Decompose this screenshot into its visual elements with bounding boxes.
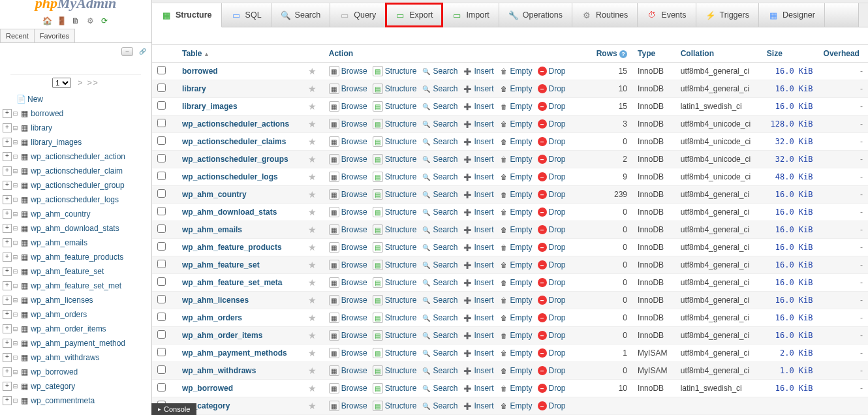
- action-structure[interactable]: ▤Structure: [373, 136, 417, 147]
- tree-item[interactable]: +⊟▦borrowed: [3, 106, 151, 121]
- row-checkbox[interactable]: [157, 365, 166, 374]
- logo[interactable]: phpMyAdmin: [0, 0, 151, 13]
- action-structure[interactable]: ▤Structure: [373, 66, 417, 76]
- action-drop[interactable]: –Drop: [538, 137, 566, 146]
- row-checkbox[interactable]: [157, 277, 166, 286]
- action-browse[interactable]: ▦Browse: [329, 172, 367, 182]
- action-insert[interactable]: ➕Insert: [463, 278, 493, 287]
- action-drop[interactable]: –Drop: [538, 260, 566, 269]
- tree-item[interactable]: +⊟▦wp_actionscheduler_claim: [3, 164, 151, 178]
- tree-item-label[interactable]: wp_ahm_feature_set: [31, 267, 104, 276]
- table-name-link[interactable]: wp_ahm_emails: [182, 225, 242, 234]
- favorite-icon[interactable]: ★: [308, 242, 317, 253]
- tree-item-label[interactable]: library_images: [31, 138, 82, 147]
- action-insert[interactable]: ➕Insert: [463, 366, 493, 375]
- tree-item-label[interactable]: wp_ahm_order_items: [31, 324, 106, 333]
- tab-search[interactable]: 🔍Search: [271, 3, 331, 27]
- table-name-link[interactable]: library_images: [182, 102, 238, 111]
- collapse-icon[interactable]: –: [121, 47, 133, 56]
- action-structure[interactable]: ▤Structure: [373, 119, 417, 129]
- help-icon[interactable]: ?: [619, 50, 627, 58]
- sidebar-filter[interactable]: [10, 60, 141, 75]
- action-empty[interactable]: 🗑Empty: [499, 137, 533, 146]
- action-insert[interactable]: ➕Insert: [463, 119, 493, 129]
- action-search[interactable]: 🔍Search: [422, 67, 457, 76]
- action-search[interactable]: 🔍Search: [422, 348, 457, 358]
- table-name-link[interactable]: wp_ahm_payment_methods: [182, 348, 287, 358]
- action-drop[interactable]: –Drop: [538, 119, 566, 129]
- action-structure[interactable]: ▤Structure: [373, 401, 417, 411]
- action-empty[interactable]: 🗑Empty: [499, 102, 533, 111]
- action-browse[interactable]: ▦Browse: [329, 242, 367, 253]
- action-insert[interactable]: ➕Insert: [463, 225, 493, 234]
- action-drop[interactable]: –Drop: [538, 225, 566, 234]
- action-structure[interactable]: ▤Structure: [373, 348, 417, 358]
- expand-icon[interactable]: +: [3, 281, 12, 290]
- favorite-icon[interactable]: ★: [308, 330, 317, 341]
- tree-item[interactable]: +⊟▦wp_ahm_emails: [3, 236, 151, 250]
- col-overhead[interactable]: Overhead: [818, 45, 868, 63]
- row-checkbox[interactable]: [157, 295, 166, 303]
- action-search[interactable]: 🔍Search: [422, 313, 457, 322]
- action-empty[interactable]: 🗑Empty: [499, 331, 533, 340]
- row-checkbox[interactable]: [157, 66, 166, 74]
- tree-item-label[interactable]: wp_ahm_feature_set_met: [31, 281, 121, 290]
- action-structure[interactable]: ▤Structure: [373, 330, 417, 341]
- table-name-link[interactable]: wp_ahm_feature_products: [182, 243, 282, 252]
- row-checkbox[interactable]: [157, 154, 166, 162]
- reload-icon[interactable]: ⟳: [99, 16, 110, 26]
- row-checkbox[interactable]: [157, 101, 166, 110]
- favorite-icon[interactable]: ★: [308, 172, 317, 182]
- tree-item[interactable]: +⊟▦library: [3, 121, 151, 135]
- action-empty[interactable]: 🗑Empty: [499, 208, 533, 217]
- tab-export[interactable]: ▭Export: [386, 3, 442, 27]
- tree-item-label[interactable]: wp_category: [31, 382, 75, 391]
- tree-item[interactable]: +⊟▦wp_ahm_download_stats: [3, 221, 151, 236]
- action-empty[interactable]: 🗑Empty: [499, 260, 533, 269]
- row-checkbox[interactable]: [157, 172, 166, 180]
- favorite-icon[interactable]: ★: [308, 66, 317, 76]
- action-browse[interactable]: ▦Browse: [329, 66, 367, 76]
- favorite-icon[interactable]: ★: [308, 119, 317, 129]
- favorite-icon[interactable]: ★: [308, 101, 317, 112]
- favorite-icon[interactable]: ★: [308, 207, 317, 217]
- action-empty[interactable]: 🗑Empty: [499, 366, 533, 375]
- action-structure[interactable]: ▤Structure: [373, 242, 417, 253]
- gear-icon[interactable]: ⚙: [85, 16, 95, 26]
- table-name-link[interactable]: wp_ahm_feature_set: [182, 260, 260, 269]
- link-icon[interactable]: 🔗: [137, 48, 147, 55]
- tab-designer[interactable]: ▦Designer: [759, 3, 825, 27]
- action-drop[interactable]: –Drop: [538, 313, 566, 322]
- tree-item-label[interactable]: wp_ahm_country: [31, 209, 90, 219]
- action-insert[interactable]: ➕Insert: [463, 190, 493, 199]
- row-checkbox[interactable]: [157, 207, 166, 215]
- row-checkbox[interactable]: [157, 119, 166, 127]
- sql-icon[interactable]: 🗎: [70, 16, 81, 26]
- action-search[interactable]: 🔍Search: [422, 401, 457, 410]
- tree-item-label[interactable]: wp_ahm_withdraws: [31, 353, 99, 362]
- tree-item[interactable]: +⊟▦wp_category: [3, 379, 151, 393]
- action-browse[interactable]: ▦Browse: [329, 260, 367, 270]
- tree-item[interactable]: +⊟▦wp_actionscheduler_action: [3, 149, 151, 164]
- tree-item[interactable]: +⊟▦wp_ahm_country: [3, 207, 151, 221]
- action-structure[interactable]: ▤Structure: [373, 189, 417, 200]
- tree-item-label[interactable]: wp_ahm_licenses: [31, 296, 93, 305]
- action-insert[interactable]: ➕Insert: [463, 384, 493, 393]
- action-insert[interactable]: ➕Insert: [463, 313, 493, 322]
- favorite-icon[interactable]: ★: [308, 313, 317, 323]
- action-drop[interactable]: –Drop: [538, 243, 566, 252]
- expand-icon[interactable]: +: [3, 181, 12, 190]
- expand-icon[interactable]: +: [3, 224, 12, 233]
- tree-new[interactable]: 📄 New: [16, 92, 151, 106]
- tree-item-label[interactable]: wp_actionscheduler_group: [31, 181, 124, 190]
- tab-import[interactable]: ▭Import: [442, 3, 499, 27]
- expand-icon[interactable]: +: [3, 296, 12, 305]
- action-search[interactable]: 🔍Search: [422, 243, 457, 252]
- action-insert[interactable]: ➕Insert: [463, 208, 493, 217]
- tree-item-label[interactable]: wp_actionscheduler_action: [31, 152, 125, 161]
- action-empty[interactable]: 🗑Empty: [499, 190, 533, 199]
- tab-recent[interactable]: Recent: [0, 29, 35, 42]
- expand-icon[interactable]: +: [3, 267, 12, 276]
- row-checkbox[interactable]: [157, 383, 166, 392]
- action-drop[interactable]: –Drop: [538, 296, 566, 305]
